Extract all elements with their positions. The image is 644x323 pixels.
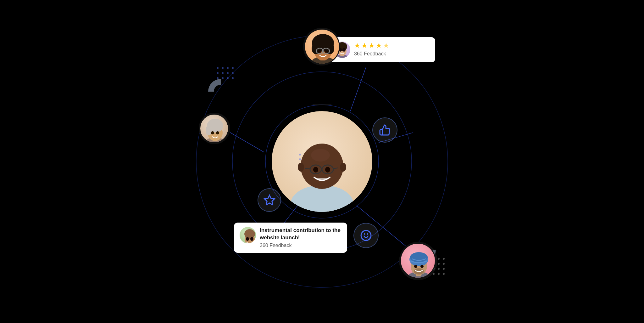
- arc-decoration-top-left: [208, 79, 233, 104]
- svg-line-34: [305, 168, 310, 169]
- star-1: ★: [354, 42, 360, 50]
- svg-point-38: [298, 163, 304, 172]
- star-4: ★: [376, 42, 382, 50]
- feedback-card-top-right-content: ★ ★ ★ ★ ★ 360 Feedback: [354, 42, 430, 57]
- svg-point-90: [244, 229, 255, 239]
- feedback-label-bottom-left: 360 Feedback: [260, 243, 341, 248]
- main-scene: ★ ★ ★ ★ ★ 360 Feedback: [180, 20, 464, 303]
- star-2: ★: [361, 42, 368, 50]
- svg-point-92: [250, 237, 253, 241]
- star-3: ★: [369, 42, 375, 50]
- star-rating: ★ ★ ★ ★ ★: [354, 42, 430, 50]
- svg-point-78: [361, 230, 371, 241]
- feedback-card-bottom-left: Instrumental contribution to the website…: [234, 223, 347, 253]
- center-person-circle: [272, 111, 372, 212]
- star-5-half: ★: [383, 42, 389, 50]
- feedback-card-bottom-left-content: Instrumental contribution to the website…: [260, 227, 341, 248]
- svg-point-50: [325, 50, 328, 53]
- svg-point-36: [313, 167, 318, 173]
- svg-point-56: [211, 131, 214, 134]
- center-man-figure: [272, 111, 372, 212]
- svg-point-86: [342, 48, 346, 52]
- svg-point-64: [414, 265, 417, 268]
- feedback-card-bottom-left-avatar: [240, 227, 256, 243]
- avatar-woman-left: [199, 114, 229, 143]
- feedback-label-top-right: 360 Feedback: [354, 51, 430, 57]
- avatar-woman-top: [304, 29, 340, 65]
- svg-point-55: [206, 125, 212, 135]
- svg-rect-27: [300, 190, 344, 212]
- svg-point-57: [216, 131, 219, 134]
- svg-line-8: [350, 67, 366, 111]
- avatar-man-turban: [400, 243, 436, 279]
- svg-point-49: [318, 50, 321, 53]
- svg-point-37: [325, 167, 330, 173]
- svg-point-39: [340, 163, 346, 172]
- svg-point-91: [246, 237, 249, 241]
- smiley-icon-circle: [353, 223, 379, 248]
- thumbs-up-icon-circle: [372, 117, 397, 143]
- feedback-card-top-right: ★ ★ ★ ★ ★ 360 Feedback: [328, 37, 435, 62]
- svg-point-30: [311, 149, 330, 162]
- svg-line-4: [230, 133, 264, 152]
- feedback-main-text: Instrumental contribution to the website…: [260, 227, 341, 241]
- svg-point-65: [420, 265, 424, 268]
- dots-grid-top-left: [217, 67, 234, 82]
